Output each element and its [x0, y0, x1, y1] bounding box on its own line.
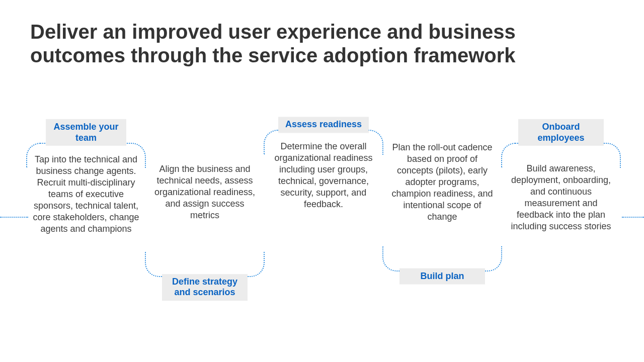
- step-build-plan: Plan the roll-out cadence based on proof…: [386, 142, 498, 263]
- slide: Deliver an improved user experience and …: [0, 0, 644, 362]
- connector-line-out: [622, 217, 644, 218]
- frame-segment: [264, 130, 383, 155]
- step-body: Build awareness, deployment, onboarding,…: [505, 163, 617, 232]
- frame-segment: [26, 143, 146, 168]
- frame-segment: [382, 246, 502, 272]
- step-body: Plan the roll-out cadence based on proof…: [386, 142, 498, 223]
- frame-segment: [501, 143, 621, 168]
- step-label: Assess readiness: [278, 117, 369, 133]
- step-assess-readiness: Assess readiness Determine the overall o…: [268, 138, 379, 266]
- slide-title: Deliver an improved user experience and …: [30, 20, 558, 67]
- step-label: Onboard employees: [518, 119, 604, 146]
- frame-segment: [145, 252, 265, 277]
- step-label: Build plan: [399, 268, 485, 285]
- step-label: Define strategy and scenarios: [162, 274, 248, 301]
- connector-line-in: [0, 217, 28, 218]
- step-body: Align the business and technical needs, …: [149, 163, 261, 221]
- step-assemble-team: Assemble your team Tap into the technica…: [30, 151, 142, 305]
- step-define-strategy: Align the business and technical needs, …: [149, 163, 261, 269]
- step-label: Assemble your team: [46, 119, 126, 146]
- step-onboard-employees: Onboard employees Build awareness, deplo…: [505, 151, 617, 280]
